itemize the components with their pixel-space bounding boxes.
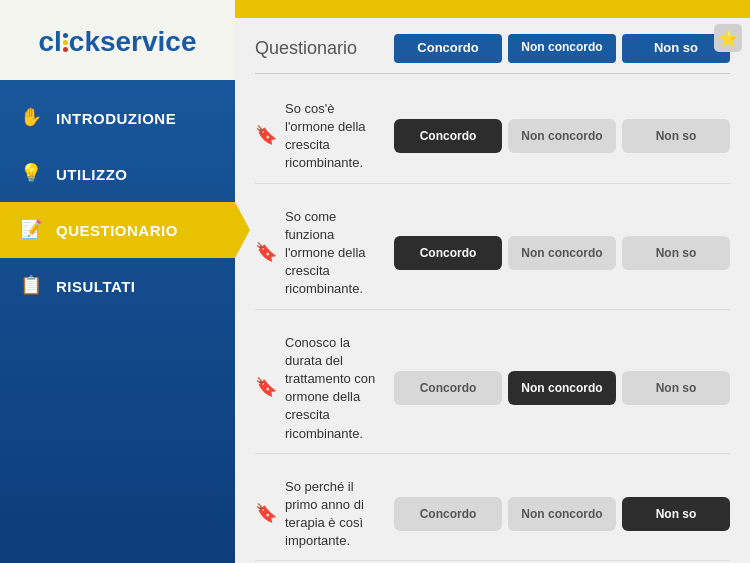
sidebar-item-introduzione[interactable]: ✋ INTRODUZIONE bbox=[0, 90, 235, 146]
nav-items: ✋ INTRODUZIONE 💡 UTILIZZO 📝 QUESTIONARIO… bbox=[0, 80, 235, 563]
logo-dots bbox=[63, 33, 68, 52]
non-concordo-btn-2[interactable]: Non concordo bbox=[508, 236, 616, 270]
clipboard-icon: 📋 bbox=[20, 274, 44, 298]
non-concordo-btn-1[interactable]: Non concordo bbox=[508, 119, 616, 153]
question-text-3: Conosco la durata del trattamento con or… bbox=[285, 334, 394, 443]
logo-c: cl bbox=[38, 26, 61, 58]
top-right-icon: ⭐ bbox=[714, 24, 742, 52]
pencil-icon: 📝 bbox=[20, 218, 44, 242]
question-icon-2: 🔖 bbox=[255, 241, 277, 263]
dot-red bbox=[63, 47, 68, 52]
answer-buttons-4: Concordo Non concordo Non so bbox=[394, 497, 730, 531]
sidebar: cl ckservice ✋ INTRODUZIONE 💡 UTILIZZO 📝… bbox=[0, 0, 235, 563]
top-bar bbox=[235, 0, 750, 18]
concordo-btn-1[interactable]: Concordo bbox=[394, 119, 502, 153]
sidebar-item-label: QUESTIONARIO bbox=[56, 222, 178, 239]
concordo-btn-2[interactable]: Concordo bbox=[394, 236, 502, 270]
dot-yellow bbox=[63, 40, 68, 45]
content-area: ⭐ Questionario Concordo Non concordo Non… bbox=[235, 18, 750, 563]
logo-ck: ckservice bbox=[69, 26, 197, 58]
header-title: Questionario bbox=[255, 38, 394, 59]
col-headers: Concordo Non concordo Non so bbox=[394, 34, 730, 63]
sidebar-item-questionario[interactable]: 📝 QUESTIONARIO bbox=[0, 202, 235, 258]
bulb-icon: 💡 bbox=[20, 162, 44, 186]
sidebar-item-label: UTILIZZO bbox=[56, 166, 128, 183]
col-header-non-concordo: Non concordo bbox=[508, 34, 616, 63]
question-row-3: 🔖 Conosco la durata del trattamento con … bbox=[255, 324, 730, 454]
question-row-2: 🔖 So come funziona l'ormone della cresci… bbox=[255, 198, 730, 310]
question-row-4: 🔖 So perché il primo anno di terapia è c… bbox=[255, 468, 730, 562]
non-so-btn-3[interactable]: Non so bbox=[622, 371, 730, 405]
hand-icon: ✋ bbox=[20, 106, 44, 130]
header-row: Questionario Concordo Non concordo Non s… bbox=[255, 34, 730, 74]
star-icon: ⭐ bbox=[718, 29, 738, 48]
concordo-btn-4[interactable]: Concordo bbox=[394, 497, 502, 531]
non-concordo-btn-3[interactable]: Non concordo bbox=[508, 371, 616, 405]
sidebar-item-risultati[interactable]: 📋 RISULTATI bbox=[0, 258, 235, 314]
question-icon-3: 🔖 bbox=[255, 376, 277, 398]
main-content: ⭐ Questionario Concordo Non concordo Non… bbox=[235, 0, 750, 563]
question-text-4: So perché il primo anno di terapia è cos… bbox=[285, 478, 394, 551]
non-so-btn-4[interactable]: Non so bbox=[622, 497, 730, 531]
non-concordo-btn-4[interactable]: Non concordo bbox=[508, 497, 616, 531]
question-row-1: 🔖 So cos'è l'ormone della crescita ricom… bbox=[255, 90, 730, 184]
question-text-1: So cos'è l'ormone della crescita ricombi… bbox=[285, 100, 394, 173]
answer-buttons-2: Concordo Non concordo Non so bbox=[394, 236, 730, 270]
sidebar-item-label: RISULTATI bbox=[56, 278, 136, 295]
col-header-concordo: Concordo bbox=[394, 34, 502, 63]
logo: cl ckservice bbox=[38, 26, 196, 58]
sidebar-item-label: INTRODUZIONE bbox=[56, 110, 176, 127]
dot-blue bbox=[63, 33, 68, 38]
question-icon-1: 🔖 bbox=[255, 124, 277, 146]
question-icon-4: 🔖 bbox=[255, 502, 277, 524]
answer-buttons-3: Concordo Non concordo Non so bbox=[394, 371, 730, 405]
non-so-btn-1[interactable]: Non so bbox=[622, 119, 730, 153]
sidebar-item-utilizzo[interactable]: 💡 UTILIZZO bbox=[0, 146, 235, 202]
logo-area: cl ckservice bbox=[0, 0, 235, 80]
non-so-btn-2[interactable]: Non so bbox=[622, 236, 730, 270]
concordo-btn-3[interactable]: Concordo bbox=[394, 371, 502, 405]
question-text-2: So come funziona l'ormone della crescita… bbox=[285, 208, 394, 299]
answer-buttons-1: Concordo Non concordo Non so bbox=[394, 119, 730, 153]
